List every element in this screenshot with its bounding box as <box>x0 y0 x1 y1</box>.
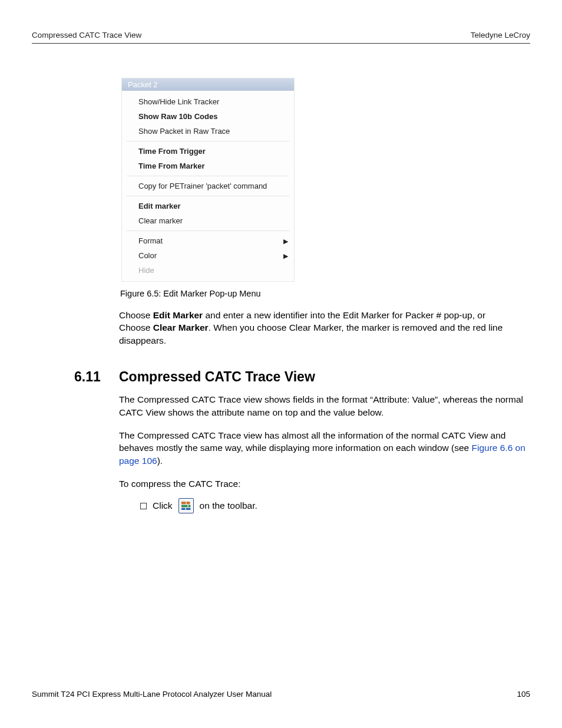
paragraph-compressed-info: The Compressed CATC Trace view has almos… <box>119 429 530 467</box>
compress-trace-icon[interactable] <box>178 498 194 513</box>
footer-left: Summit T24 PCI Express Multi-Lane Protoc… <box>32 690 272 699</box>
submenu-arrow-icon: ▶ <box>283 252 288 259</box>
svg-rect-2 <box>181 505 187 507</box>
menu-item-label: Time From Marker <box>138 162 204 170</box>
menu-separator <box>127 230 289 231</box>
context-menu-figure: Packet 2 Show/Hide Link TrackerShow Raw … <box>121 78 295 282</box>
svg-rect-5 <box>186 508 190 510</box>
menu-item[interactable]: Clear marker <box>122 213 294 228</box>
menu-item-label: Edit marker <box>138 202 181 210</box>
menu-item[interactable]: Show/Hide Link Tracker <box>122 94 294 109</box>
menu-item[interactable]: Format▶ <box>122 233 294 248</box>
submenu-arrow-icon: ▶ <box>283 237 288 245</box>
menu-item[interactable]: Copy for PETrainer 'packet' command <box>122 179 294 193</box>
paragraph-to-compress: To compress the CATC Trace: <box>119 477 530 490</box>
menu-item[interactable]: Show Packet in Raw Trace <box>122 124 294 139</box>
menu-item-label: Show/Hide Link Tracker <box>138 97 219 106</box>
svg-rect-1 <box>187 502 190 504</box>
menu-item-label: Format <box>138 236 163 245</box>
header-right: Teledyne LeCroy <box>471 31 530 39</box>
section-heading: 6.11 Compressed CATC Trace View <box>32 369 530 385</box>
context-menu-title: Packet 2 <box>122 78 294 91</box>
bullet-icon <box>140 503 147 509</box>
page-header: Compressed CATC Trace View Teledyne LeCr… <box>32 31 530 44</box>
menu-separator <box>127 196 289 196</box>
page-footer: Summit T24 PCI Express Multi-Lane Protoc… <box>32 690 530 699</box>
header-left: Compressed CATC Trace View <box>32 31 141 39</box>
section-title: Compressed CATC Trace View <box>119 369 315 385</box>
paragraph-compressed-desc: The Compressed CATC Trace view shows fie… <box>119 393 530 419</box>
svg-rect-4 <box>181 508 185 510</box>
menu-item-label: Hide <box>138 266 154 275</box>
menu-item[interactable]: Color▶ <box>122 248 294 263</box>
menu-item-label: Copy for PETrainer 'packet' command <box>138 182 267 190</box>
menu-item-label: Show Raw 10b Codes <box>138 112 217 121</box>
svg-rect-3 <box>189 505 190 507</box>
figure-caption: Figure 6.5: Edit Marker Pop-up Menu <box>120 289 530 298</box>
menu-item[interactable]: Time From Marker <box>122 159 294 173</box>
menu-item-label: Time From Trigger <box>138 147 206 156</box>
menu-item-label: Show Packet in Raw Trace <box>138 127 230 136</box>
svg-rect-0 <box>181 502 186 504</box>
menu-item-label: Color <box>138 251 157 260</box>
menu-separator <box>127 176 289 176</box>
menu-item-label: Clear marker <box>138 216 183 225</box>
menu-item[interactable]: Show Raw 10b Codes <box>122 109 294 124</box>
menu-separator <box>127 141 289 141</box>
section-number: 6.11 <box>32 369 119 385</box>
menu-item: Hide <box>122 263 294 278</box>
toolbar-instruction: Click on the toolbar. <box>140 498 530 513</box>
menu-item[interactable]: Edit marker <box>122 199 294 213</box>
menu-item[interactable]: Time From Trigger <box>122 144 294 159</box>
paragraph-edit-clear: Choose Edit Marker and enter a new ident… <box>119 309 530 347</box>
footer-page-number: 105 <box>517 690 530 699</box>
